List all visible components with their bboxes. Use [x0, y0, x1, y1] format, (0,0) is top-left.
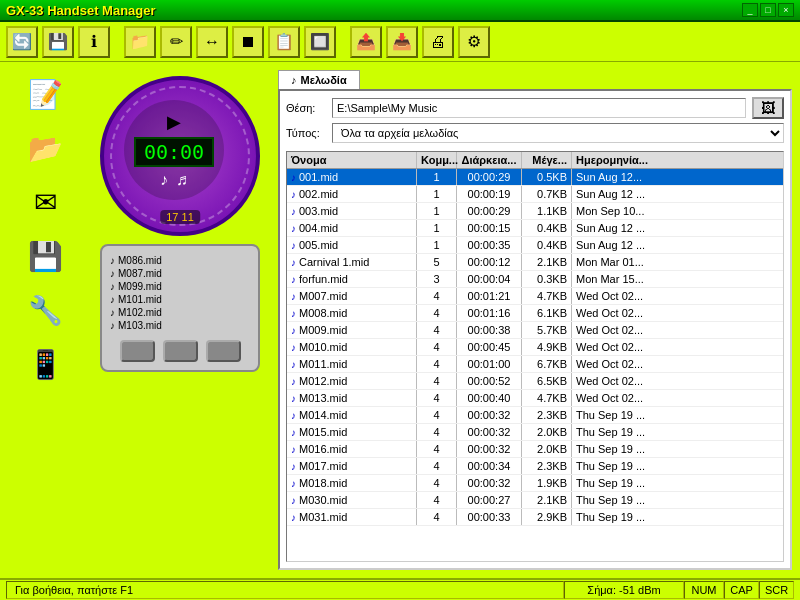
file-name: M014.mid [299, 409, 347, 421]
music-icon: ♪ [291, 512, 296, 523]
minimize-button[interactable]: _ [742, 3, 758, 17]
file-dur-cell: 00:00:29 [457, 203, 522, 219]
phone-file-icon: ♪ [110, 268, 115, 279]
table-row[interactable]: ♪ M013.mid 4 00:00:40 4.7KB Wed Oct 02..… [287, 390, 783, 407]
toolbar-btn-print[interactable]: 🖨 [422, 26, 454, 58]
sidebar-icon-letter[interactable]: ✉ [10, 178, 80, 226]
table-row[interactable]: ♪ M008.mid 4 00:01:16 6.1KB Wed Oct 02..… [287, 305, 783, 322]
phone-file-icon: ♪ [110, 281, 115, 292]
table-row[interactable]: ♪ 001.mid 1 00:00:29 0.5KB Sun Aug 12... [287, 169, 783, 186]
file-name-cell: ♪ M010.mid [287, 339, 417, 355]
music-icon: ♪ [291, 308, 296, 319]
table-row[interactable]: ♪ M030.mid 4 00:00:27 2.1KB Thu Sep 19 .… [287, 492, 783, 509]
file-comm-cell: 4 [417, 305, 457, 321]
toolbar-btn-stop[interactable]: ⏹ [232, 26, 264, 58]
music-icon: ♪ [291, 410, 296, 421]
table-row[interactable]: ♪ 004.mid 1 00:00:15 0.4KB Sun Aug 12 ..… [287, 220, 783, 237]
toolbar-btn-download[interactable]: 📥 [386, 26, 418, 58]
phone-btn-1[interactable] [120, 340, 155, 362]
file-list-body[interactable]: ♪ 001.mid 1 00:00:29 0.5KB Sun Aug 12...… [287, 169, 783, 561]
file-name-cell: ♪ 002.mid [287, 186, 417, 202]
tab-melody[interactable]: ♪ Μελωδία [278, 70, 360, 89]
file-size-cell: 1.1KB [522, 203, 572, 219]
file-name-cell: ♪ 005.mid [287, 237, 417, 253]
file-comm-cell: 1 [417, 237, 457, 253]
file-size-cell: 2.9KB [522, 509, 572, 525]
header-duration[interactable]: Διάρκεια... [457, 152, 522, 168]
file-comm-cell: 4 [417, 322, 457, 338]
table-row[interactable]: ♪ M018.mid 4 00:00:32 1.9KB Thu Sep 19 .… [287, 475, 783, 492]
file-name-cell: ♪ forfun.mid [287, 271, 417, 287]
table-row[interactable]: ♪ Carnival 1.mid 5 00:00:12 2.1KB Mon Ma… [287, 254, 783, 271]
table-row[interactable]: ♪ M012.mid 4 00:00:52 6.5KB Wed Oct 02..… [287, 373, 783, 390]
table-row[interactable]: ♪ M017.mid 4 00:00:34 2.3KB Thu Sep 19 .… [287, 458, 783, 475]
toolbar-btn-save[interactable]: 💾 [42, 26, 74, 58]
toolbar-btn-edit[interactable]: ✏ [160, 26, 192, 58]
table-row[interactable]: ♪ M014.mid 4 00:00:32 2.3KB Thu Sep 19 .… [287, 407, 783, 424]
close-button[interactable]: × [778, 3, 794, 17]
table-row[interactable]: ♪ M007.mid 4 00:01:21 4.7KB Wed Oct 02..… [287, 288, 783, 305]
file-comm-cell: 4 [417, 339, 457, 355]
table-row[interactable]: ♪ M010.mid 4 00:00:45 4.9KB Wed Oct 02..… [287, 339, 783, 356]
table-row[interactable]: ♪ M015.mid 4 00:00:32 2.0KB Thu Sep 19 .… [287, 424, 783, 441]
toolbar-btn-new[interactable]: 📁 [124, 26, 156, 58]
table-row[interactable]: ♪ M011.mid 4 00:01:00 6.7KB Wed Oct 02..… [287, 356, 783, 373]
table-row[interactable]: ♪ 002.mid 1 00:00:19 0.7KB Sun Aug 12 ..… [287, 186, 783, 203]
file-name-cell: ♪ M007.mid [287, 288, 417, 304]
sidebar-icon-folder[interactable]: 📂 [10, 124, 80, 172]
toolbar-btn-copy[interactable]: 📋 [268, 26, 300, 58]
file-name-cell: ♪ M018.mid [287, 475, 417, 491]
phone-btn-2[interactable] [163, 340, 198, 362]
table-row[interactable]: ♪ 005.mid 1 00:00:35 0.4KB Sun Aug 12 ..… [287, 237, 783, 254]
browse-button[interactable]: 🖼 [752, 97, 784, 119]
toolbar-btn-select[interactable]: 🔲 [304, 26, 336, 58]
file-date-cell: Sun Aug 12... [572, 169, 783, 185]
music-icon: ♪ [291, 291, 296, 302]
table-row[interactable]: ♪ M016.mid 4 00:00:32 2.0KB Thu Sep 19 .… [287, 441, 783, 458]
phone-file-item[interactable]: ♪M103.mid [110, 319, 250, 332]
phone-btn-3[interactable] [206, 340, 241, 362]
path-input[interactable] [332, 98, 746, 118]
status-cap: CAP [724, 581, 759, 599]
left-sidebar: 📝 📂 ✉ 💾 🔧 📱 [0, 62, 90, 578]
sidebar-icon-floppy[interactable]: 💾 [10, 232, 80, 280]
file-dur-cell: 00:00:32 [457, 424, 522, 440]
phone-file-item[interactable]: ♪M101.mid [110, 293, 250, 306]
type-select[interactable]: Όλα τα αρχεία μελωδίας [332, 123, 784, 143]
file-size-cell: 0.5KB [522, 169, 572, 185]
sidebar-icon-notes[interactable]: 📝 [10, 70, 80, 118]
file-dur-cell: 00:01:21 [457, 288, 522, 304]
table-row[interactable]: ♪ forfun.mid 3 00:00:04 0.3KB Mon Mar 15… [287, 271, 783, 288]
phone-file-item[interactable]: ♪M087.mid [110, 267, 250, 280]
maximize-button[interactable]: □ [760, 3, 776, 17]
phone-file-name: M103.mid [118, 320, 162, 331]
header-name[interactable]: Όνομα [287, 152, 417, 168]
table-row[interactable]: ♪ M009.mid 4 00:00:38 5.7KB Wed Oct 02..… [287, 322, 783, 339]
file-size-cell: 6.1KB [522, 305, 572, 321]
phone-file-item[interactable]: ♪M099.mid [110, 280, 250, 293]
file-size-cell: 0.4KB [522, 220, 572, 236]
file-name: 003.mid [299, 205, 338, 217]
phone-file-item[interactable]: ♪M086.mid [110, 254, 250, 267]
sidebar-icon-tools[interactable]: 🔧 [10, 286, 80, 334]
file-date-cell: Mon Sep 10... [572, 203, 783, 219]
phone-file-item[interactable]: ♪M102.mid [110, 306, 250, 319]
music-icon: ♪ [291, 189, 296, 200]
header-comm[interactable]: Κομμ... [417, 152, 457, 168]
table-row[interactable]: ♪ 003.mid 1 00:00:29 1.1KB Mon Sep 10... [287, 203, 783, 220]
toolbar-btn-transfer[interactable]: ↔ [196, 26, 228, 58]
table-row[interactable]: ♪ M031.mid 4 00:00:33 2.9KB Thu Sep 19 .… [287, 509, 783, 526]
toolbar-btn-settings[interactable]: ⚙ [458, 26, 490, 58]
toolbar-btn-upload[interactable]: 📤 [350, 26, 382, 58]
toolbar-btn-refresh[interactable]: 🔄 [6, 26, 38, 58]
file-name: M015.mid [299, 426, 347, 438]
toolbar: 🔄 💾 ℹ 📁 ✏ ↔ ⏹ 📋 🔲 📤 📥 🖨 ⚙ [0, 22, 800, 62]
main-area: 📝 📂 ✉ 💾 🔧 📱 ▶ 00:00 ♪ ♬ 17 11 [0, 62, 800, 578]
toolbar-btn-info[interactable]: ℹ [78, 26, 110, 58]
file-comm-cell: 4 [417, 458, 457, 474]
header-size[interactable]: Μέγε... [522, 152, 572, 168]
sidebar-icon-phone[interactable]: 📱 [10, 340, 80, 388]
file-dur-cell: 00:00:27 [457, 492, 522, 508]
header-date[interactable]: Ημερομηνία... [572, 152, 783, 168]
phone-body: ♪M086.mid♪M087.mid♪M099.mid♪M101.mid♪M10… [100, 244, 260, 372]
